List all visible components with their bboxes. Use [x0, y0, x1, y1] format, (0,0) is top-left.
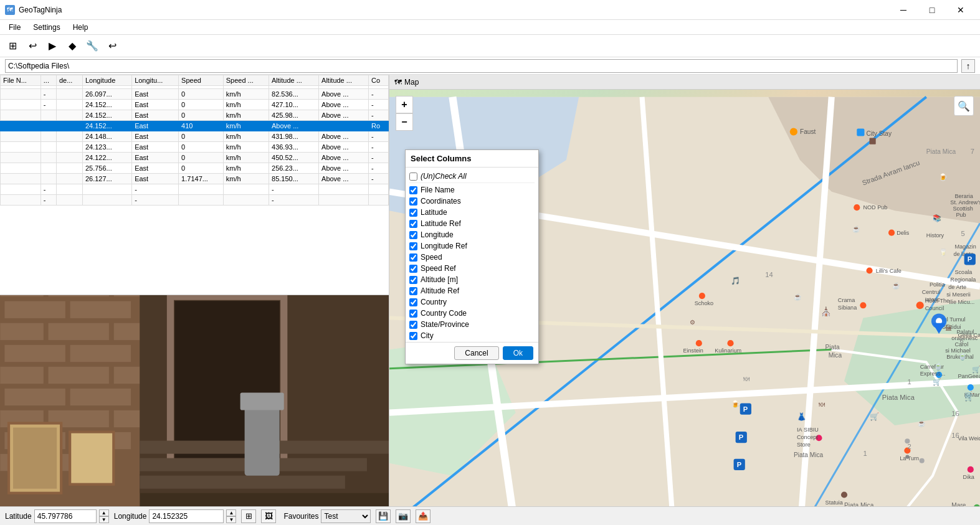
svg-text:🥛: 🥛: [939, 248, 948, 257]
column-label[interactable]: Country: [421, 298, 447, 306]
path-up-button[interactable]: ↑: [961, 59, 975, 73]
toolbar-btn-grid[interactable]: ⊞: [4, 37, 21, 55]
svg-point-80: [699, 293, 705, 299]
ok-button[interactable]: Ok: [503, 346, 533, 360]
save-favourite-button[interactable]: 💾: [376, 509, 391, 523]
table-row[interactable]: 24.148...East0km/h431.98...Above ...-: [1, 131, 389, 142]
column-checkbox-speed[interactable]: [409, 253, 417, 262]
col-c1[interactable]: ...: [40, 75, 56, 86]
zoom-in-button[interactable]: +: [396, 96, 413, 113]
column-checkbox-altitude-[m][interactable]: [409, 276, 417, 284]
cell-speedref: km/h: [223, 89, 269, 100]
col-longitude[interactable]: Longitude: [82, 75, 131, 86]
table-row[interactable]: -24.152...East0km/h427.10...Above ...-: [1, 100, 389, 110]
latitude-up[interactable]: ▲: [99, 509, 109, 516]
uncheck-all-row[interactable]: (Un)Check All: [409, 170, 535, 183]
column-checkbox-longitude[interactable]: [409, 231, 417, 239]
svg-text:Beraria: Beraria: [954, 193, 973, 199]
column-checkbox-country[interactable]: [409, 298, 417, 306]
column-label[interactable]: File Name: [421, 186, 455, 194]
col-longref[interactable]: Longitu...: [132, 75, 179, 86]
column-label[interactable]: Longitude: [421, 230, 454, 239]
path-input[interactable]: [5, 59, 958, 73]
column-checkbox-coordinates[interactable]: [409, 197, 417, 206]
toolbar-btn-run[interactable]: ▶: [44, 37, 61, 55]
column-checkbox-file-name[interactable]: [409, 186, 417, 194]
column-checkbox-speed-ref[interactable]: [409, 265, 417, 273]
screen-button[interactable]: 📷: [396, 509, 411, 523]
col-speedref[interactable]: Speed ...: [223, 75, 269, 86]
column-checkbox-longitude-ref[interactable]: [409, 242, 417, 250]
col-co[interactable]: Co: [369, 75, 389, 86]
col-altref[interactable]: Altitude ...: [319, 75, 369, 86]
column-label[interactable]: Coordinates: [421, 197, 461, 206]
column-checkbox-latitude[interactable]: [409, 209, 417, 217]
zoom-out-button[interactable]: −: [396, 113, 413, 131]
svg-text:Dika: Dika: [963, 474, 975, 480]
svg-text:16: 16: [951, 410, 959, 417]
title-bar-left: 🗺 GeoTagNinja: [5, 5, 62, 15]
col-filename[interactable]: File N...: [1, 75, 41, 86]
favourites-select[interactable]: Test: [321, 509, 371, 523]
table-row[interactable]: 24.123...East0km/h436.93...Above ...-: [1, 142, 389, 153]
table-row[interactable]: ---: [1, 184, 389, 195]
latitude-down[interactable]: ▼: [99, 516, 109, 523]
column-label[interactable]: Altitude [m]: [421, 275, 458, 284]
toolbar-btn-settings[interactable]: 🔧: [83, 37, 101, 55]
longitude-up[interactable]: ▲: [226, 509, 236, 516]
maximize-button[interactable]: □: [918, 0, 946, 20]
column-checkbox-city[interactable]: [409, 332, 417, 340]
longitude-down[interactable]: ▼: [226, 516, 236, 523]
export-button[interactable]: 📤: [416, 509, 431, 523]
photo-button[interactable]: 🖼: [261, 509, 276, 523]
cell-filename: [1, 100, 41, 110]
data-table-wrapper[interactable]: File N... ... de... Longitude Longitu...…: [0, 75, 389, 295]
cell-longitude: 24.148...: [82, 131, 131, 142]
cell-c2: [56, 121, 82, 131]
column-label[interactable]: State/Province: [421, 320, 469, 329]
table-row[interactable]: 24.152...East410km/hAbove ...Ro: [1, 121, 389, 131]
uncheck-all-label[interactable]: (Un)Check All: [421, 172, 467, 181]
cell-longref: East: [132, 100, 179, 110]
close-button[interactable]: ✕: [946, 0, 975, 20]
map-search-button[interactable]: 🔍: [954, 96, 974, 116]
column-label[interactable]: City: [421, 331, 434, 340]
table-row[interactable]: -26.097...East0km/h82.536...Above ...-: [1, 89, 389, 100]
column-label[interactable]: Latitude: [421, 208, 447, 217]
column-label[interactable]: Speed: [421, 253, 442, 262]
svg-text:Ilie Micu...: Ilie Micu...: [949, 299, 974, 305]
minimize-button[interactable]: ─: [889, 0, 918, 20]
toolbar-btn-tag[interactable]: ◆: [64, 37, 81, 55]
svg-text:Concept: Concept: [797, 434, 818, 440]
column-checkbox-state/province[interactable]: [409, 321, 417, 329]
toolbar-btn-redo[interactable]: ↩: [103, 37, 121, 55]
column-label[interactable]: Longitude Ref: [421, 242, 467, 250]
latitude-input[interactable]: [34, 509, 97, 523]
column-checkbox-altitude-ref[interactable]: [409, 287, 417, 295]
col-c2[interactable]: de...: [56, 75, 82, 86]
cell-c2: [56, 100, 82, 110]
table-row[interactable]: 24.152...East0km/h425.98...Above ...-: [1, 110, 389, 121]
column-label[interactable]: Altitude Ref: [421, 286, 459, 295]
table-row[interactable]: 25.756...East0km/h256.23...Above ...-: [1, 163, 389, 174]
column-checkbox-country-code[interactable]: [409, 310, 417, 318]
locate-button[interactable]: ⊞: [241, 509, 256, 523]
svg-text:⛪: ⛪: [821, 306, 832, 318]
column-label[interactable]: Speed Ref: [421, 264, 456, 273]
col-alt[interactable]: Altitude ...: [269, 75, 319, 86]
column-label[interactable]: Latitude Ref: [421, 219, 461, 228]
menu-file[interactable]: File: [2, 22, 27, 33]
cancel-button[interactable]: Cancel: [454, 346, 498, 360]
longitude-input[interactable]: [149, 509, 224, 523]
table-row[interactable]: ---: [1, 195, 389, 206]
toolbar-btn-undo[interactable]: ↩: [24, 37, 41, 55]
col-speed[interactable]: Speed: [179, 75, 224, 86]
cell-filename: [1, 153, 41, 163]
table-row[interactable]: 24.122...East0km/h450.52...Above ...-: [1, 153, 389, 163]
table-row[interactable]: 26.127...East1.7147...km/h85.150...Above…: [1, 174, 389, 184]
column-checkbox-latitude-ref[interactable]: [409, 220, 417, 228]
menu-settings[interactable]: Settings: [27, 22, 66, 33]
column-label[interactable]: Country Code: [421, 309, 467, 318]
uncheck-all-checkbox[interactable]: [409, 173, 417, 181]
menu-help[interactable]: Help: [67, 22, 95, 33]
